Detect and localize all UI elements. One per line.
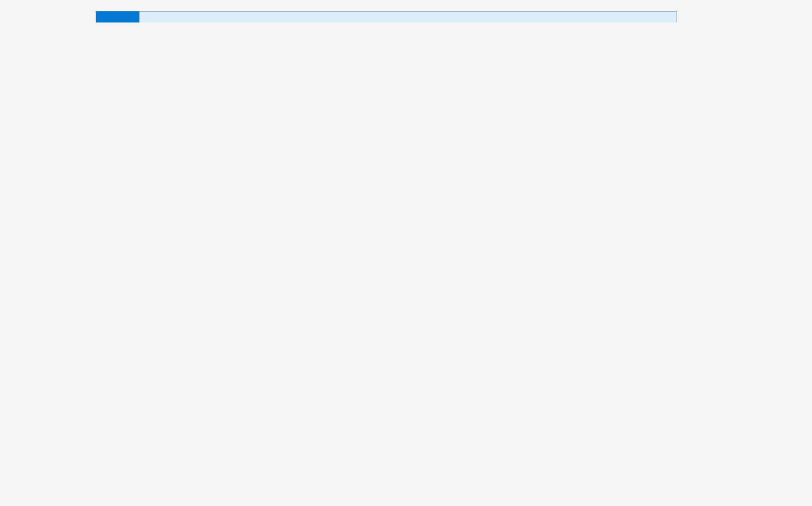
outlook-icon: O: [96, 11, 139, 22]
trigger-card[interactable]: O When a new email arrives (V3) ? · · ·: [96, 11, 677, 22]
